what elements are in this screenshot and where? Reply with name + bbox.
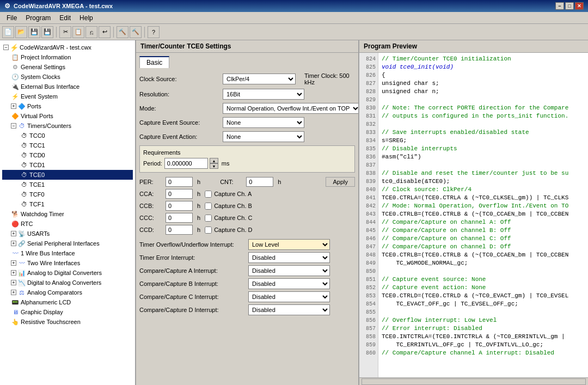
apply-button[interactable]: Apply (326, 177, 355, 187)
sidebar-item-tcc0[interactable]: ⏱ TCC0 (2, 131, 133, 140)
capture-event-action-select[interactable]: None (223, 131, 304, 142)
sidebar-item-adc[interactable]: + 📊 Analog to Digital Converters (2, 268, 133, 278)
code-lines[interactable]: // Timer/Counter TCE0 initializationvoid… (378, 53, 588, 377)
expand-2wire[interactable]: + (11, 260, 16, 266)
spi-icon: 🔗 (17, 239, 26, 248)
toolbar-build1[interactable]: 🔨 (117, 26, 128, 38)
toolbar-save-as[interactable]: 💾 (41, 26, 53, 38)
expand-usarts[interactable]: + (11, 231, 16, 236)
sidebar-item-touchscreen[interactable]: 👆 Resistive Touchscreen (2, 317, 133, 327)
error-select[interactable]: Disabled (248, 252, 330, 263)
cnt-input[interactable] (246, 177, 273, 187)
capture-event-source-select[interactable]: None (223, 117, 304, 128)
sidebar-item-lcd[interactable]: 📟 Alphanumeric LCD (2, 297, 133, 307)
menu-edit[interactable]: Edit (55, 13, 75, 23)
expand-ports[interactable]: + (11, 103, 16, 109)
expand-timers[interactable]: − (11, 123, 16, 129)
resolution-select[interactable]: 16Bit (223, 89, 304, 100)
spin-down[interactable]: ▼ (210, 163, 218, 169)
ccb-input[interactable] (166, 201, 193, 211)
menu-help[interactable]: Help (75, 13, 97, 23)
ccd-checkbox[interactable] (205, 227, 212, 234)
tcd0-icon: ⏱ (20, 151, 28, 160)
sidebar-item-usarts[interactable]: + 📡 USARTs (2, 229, 133, 239)
expand-root[interactable]: − (3, 45, 9, 50)
sidebar-item-event-system[interactable]: ⚡ Event System (2, 91, 133, 101)
sidebar-item-watchdog[interactable]: 🐕 Watchdog Timer (2, 209, 133, 219)
spin-up[interactable]: ▲ (210, 158, 218, 163)
sidebar-item-spi[interactable]: + 🔗 Serial Peripheral Interfaces (2, 239, 133, 248)
ccc-int-select[interactable]: Disabled (248, 291, 330, 302)
mode-select[interactable]: Normal Operation, Overflow Int./Event on… (223, 103, 358, 114)
sidebar-item-project-info[interactable]: 📋 Project Information (2, 52, 133, 62)
ccc-checkbox[interactable] (205, 215, 212, 222)
minimize-button[interactable]: − (555, 2, 564, 10)
toolbar-build2[interactable]: 🔨 (130, 26, 142, 38)
toolbar-open[interactable]: 📂 (15, 26, 27, 38)
event-icon: ⚡ (11, 92, 20, 101)
expand-spi[interactable]: + (11, 241, 16, 246)
sidebar-item-virtual-ports[interactable]: 🔶 Virtual Ports (2, 111, 133, 121)
sidebar-item-tcc1[interactable]: ⏱ TCC1 (2, 140, 133, 150)
toolbar-redo[interactable]: ↩ (99, 26, 111, 38)
sidebar-item-tcd0[interactable]: ⏱ TCD0 (2, 150, 133, 160)
toolbar-save[interactable]: 💾 (28, 26, 40, 38)
code-bottom-bar (359, 377, 588, 385)
cca-int-select[interactable]: Disabled (248, 265, 330, 276)
toolbar-new[interactable]: 📄 (2, 26, 14, 38)
cca-input[interactable] (166, 189, 193, 199)
sidebar-item-general-settings[interactable]: ⚙ General Settings (2, 62, 133, 72)
sidebar-item-1wire[interactable]: 〰 1 Wire Bus Interface (2, 248, 133, 258)
ccb-int-select[interactable]: Disabled (248, 278, 330, 289)
ccb-checkbox[interactable] (205, 203, 212, 210)
sidebar-item-tcd1[interactable]: ⏱ TCD1 (2, 160, 133, 170)
expand-comp[interactable]: + (11, 290, 16, 295)
menu-program[interactable]: Program (21, 13, 55, 23)
tree-item-root[interactable]: − ⚡ CodeWizardAVR - test.cwx (2, 42, 133, 52)
sidebar-item-dac[interactable]: + 📉 Digital to Analog Converters (2, 278, 133, 288)
maximize-button[interactable]: □ (565, 2, 574, 10)
sidebar-item-tce0[interactable]: ⏱ TCE0 (2, 170, 133, 180)
tab-basic[interactable]: Basic (139, 56, 169, 68)
ccc-input[interactable] (166, 213, 193, 223)
cca-check-text: Capture Ch. A (214, 191, 252, 197)
toolbar-copy[interactable]: 📋 (72, 26, 84, 38)
ccd-label: CCD: (139, 227, 161, 233)
toolbar-undo[interactable]: ⎌ (85, 26, 97, 38)
sidebar-item-external-bus[interactable]: 🔌 External Bus Interface (2, 82, 133, 91)
sidebar-item-system-clocks[interactable]: 🕐 System Clocks (2, 72, 133, 82)
sidebar-item-tce1[interactable]: ⏱ TCE1 (2, 180, 133, 190)
ccd-input[interactable] (166, 225, 193, 235)
per-input[interactable] (166, 177, 193, 187)
left-panel: − ⚡ CodeWizardAVR - test.cwx 📋 Project I… (0, 40, 136, 385)
overflow-select[interactable]: Low Level (248, 239, 330, 250)
sidebar-item-tcf0[interactable]: ⏱ TCF0 (2, 190, 133, 199)
resolution-row: Resolution: 16Bit (139, 89, 355, 100)
period-input[interactable] (164, 158, 208, 169)
sidebar-item-graphic[interactable]: 🖥 Graphic Display (2, 307, 133, 317)
expand-dac[interactable]: + (11, 280, 16, 285)
menu-file[interactable]: File (2, 13, 21, 23)
code-line: // outputs is configured in the ports_in… (382, 112, 585, 120)
sidebar-item-tcf1[interactable]: ⏱ TCF1 (2, 199, 133, 209)
toolbar-cut[interactable]: ✂ (59, 26, 71, 38)
ccd-int-select[interactable]: Disabled (248, 304, 330, 315)
sidebar-item-timers[interactable]: − ⏱ Timers/Counters (2, 121, 133, 131)
toolbar-help[interactable]: ? (148, 26, 160, 38)
ccd-check-text: Capture Ch. D (214, 227, 252, 233)
tree-root: − ⚡ CodeWizardAVR - test.cwx 📋 Project I… (0, 40, 135, 329)
sidebar-item-2wire[interactable]: + 〰 Two Wire Interfaces (2, 258, 133, 268)
code-line: s=SREG; (382, 137, 585, 145)
clock-source-select[interactable]: ClkPer/4 (223, 74, 296, 84)
h-scrollbar[interactable] (362, 378, 586, 385)
close-button[interactable]: ✕ (575, 2, 584, 10)
error-label: Timer Error Interrupt: (139, 254, 248, 261)
sidebar-item-ports[interactable]: + 🔷 Ports (2, 101, 133, 111)
sidebar-item-analog-comp[interactable]: + ⚖ Analog Comparators (2, 288, 133, 297)
cca-checkbox[interactable] (205, 191, 212, 198)
period-spinner[interactable]: ▲ ▼ (210, 158, 218, 169)
dac-label: Digital to Analog Converters (27, 279, 101, 286)
sidebar-item-rtc[interactable]: 🔴 RTC (2, 219, 133, 229)
expand-adc[interactable]: + (11, 270, 16, 276)
clock-source-label: Clock Source: (139, 76, 218, 82)
